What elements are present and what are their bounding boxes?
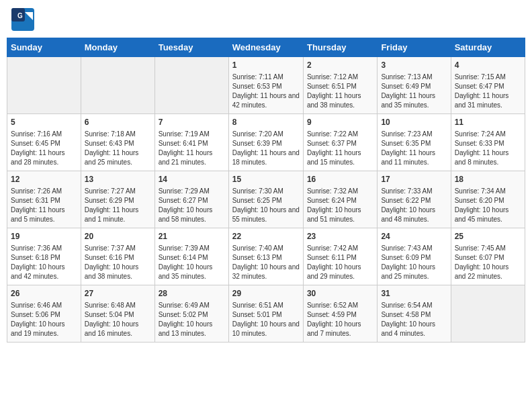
- day-number: 27: [85, 288, 151, 300]
- svg-text:G: G: [17, 12, 23, 19]
- day-info: Sunrise: 7:33 AM Sunset: 6:22 PM Dayligh…: [381, 187, 447, 224]
- day-number: 5: [11, 117, 77, 128]
- week-row-1: 1Sunrise: 7:11 AM Sunset: 6:53 PM Daylig…: [7, 57, 525, 114]
- day-info: Sunrise: 7:24 AM Sunset: 6:33 PM Dayligh…: [455, 130, 521, 167]
- day-cell: 5Sunrise: 7:16 AM Sunset: 6:45 PM Daylig…: [7, 114, 81, 171]
- day-cell: 8Sunrise: 7:20 AM Sunset: 6:39 PM Daylig…: [228, 114, 303, 171]
- header-row: SundayMondayTuesdayWednesdayThursdayFrid…: [7, 38, 525, 57]
- day-info: Sunrise: 6:52 AM Sunset: 4:59 PM Dayligh…: [307, 301, 373, 338]
- day-cell: 14Sunrise: 7:29 AM Sunset: 6:27 PM Dayli…: [154, 171, 228, 228]
- day-cell: 6Sunrise: 7:18 AM Sunset: 6:43 PM Daylig…: [81, 114, 154, 171]
- day-number: 8: [232, 117, 300, 128]
- day-number: 4: [455, 60, 521, 71]
- day-number: 1: [232, 60, 300, 71]
- day-info: Sunrise: 6:54 AM Sunset: 4:58 PM Dayligh…: [381, 301, 447, 338]
- day-number: 29: [232, 288, 300, 300]
- day-number: 18: [455, 174, 521, 185]
- day-cell: 25Sunrise: 7:45 AM Sunset: 6:07 PM Dayli…: [451, 228, 525, 285]
- calendar-table: SundayMondayTuesdayWednesdayThursdayFrid…: [7, 38, 525, 342]
- day-number: 15: [232, 174, 300, 185]
- column-header-monday: Monday: [81, 38, 154, 57]
- day-info: Sunrise: 7:18 AM Sunset: 6:43 PM Dayligh…: [85, 130, 151, 167]
- column-header-sunday: Sunday: [7, 38, 81, 57]
- column-header-thursday: Thursday: [303, 38, 377, 57]
- day-info: Sunrise: 7:27 AM Sunset: 6:29 PM Dayligh…: [85, 187, 151, 224]
- day-info: Sunrise: 7:43 AM Sunset: 6:09 PM Dayligh…: [381, 244, 447, 281]
- day-cell: [154, 57, 228, 114]
- day-number: 2: [307, 60, 373, 71]
- day-number: 14: [159, 174, 225, 185]
- day-cell: 15Sunrise: 7:30 AM Sunset: 6:25 PM Dayli…: [228, 171, 303, 228]
- day-cell: 9Sunrise: 7:22 AM Sunset: 6:37 PM Daylig…: [303, 114, 377, 171]
- day-info: Sunrise: 7:13 AM Sunset: 6:49 PM Dayligh…: [381, 73, 447, 110]
- day-cell: 20Sunrise: 7:37 AM Sunset: 6:16 PM Dayli…: [81, 228, 154, 285]
- day-info: Sunrise: 6:48 AM Sunset: 5:04 PM Dayligh…: [85, 301, 151, 338]
- day-number: 24: [381, 231, 447, 242]
- day-number: 17: [381, 174, 447, 185]
- day-info: Sunrise: 7:45 AM Sunset: 6:07 PM Dayligh…: [455, 244, 521, 281]
- day-number: 30: [307, 288, 373, 300]
- day-info: Sunrise: 7:34 AM Sunset: 6:20 PM Dayligh…: [455, 187, 521, 224]
- day-number: 9: [307, 117, 373, 128]
- day-cell: 13Sunrise: 7:27 AM Sunset: 6:29 PM Dayli…: [81, 171, 154, 228]
- day-cell: 21Sunrise: 7:39 AM Sunset: 6:14 PM Dayli…: [154, 228, 228, 285]
- day-cell: 4Sunrise: 7:15 AM Sunset: 6:47 PM Daylig…: [451, 57, 525, 114]
- day-number: 10: [381, 117, 447, 128]
- day-info: Sunrise: 7:36 AM Sunset: 6:18 PM Dayligh…: [11, 244, 77, 281]
- day-number: 22: [232, 231, 300, 242]
- day-cell: 31Sunrise: 6:54 AM Sunset: 4:58 PM Dayli…: [378, 285, 451, 342]
- day-info: Sunrise: 7:11 AM Sunset: 6:53 PM Dayligh…: [232, 73, 300, 110]
- day-number: 28: [159, 288, 225, 300]
- day-info: Sunrise: 7:40 AM Sunset: 6:13 PM Dayligh…: [232, 244, 300, 281]
- day-number: 21: [159, 231, 225, 242]
- day-cell: 30Sunrise: 6:52 AM Sunset: 4:59 PM Dayli…: [303, 285, 377, 342]
- day-number: 12: [11, 174, 77, 185]
- day-cell: 12Sunrise: 7:26 AM Sunset: 6:31 PM Dayli…: [7, 171, 81, 228]
- day-info: Sunrise: 7:15 AM Sunset: 6:47 PM Dayligh…: [455, 73, 521, 110]
- day-cell: 7Sunrise: 7:19 AM Sunset: 6:41 PM Daylig…: [154, 114, 228, 171]
- day-cell: 11Sunrise: 7:24 AM Sunset: 6:33 PM Dayli…: [451, 114, 525, 171]
- column-header-friday: Friday: [378, 38, 451, 57]
- day-info: Sunrise: 7:26 AM Sunset: 6:31 PM Dayligh…: [11, 187, 77, 224]
- week-row-4: 19Sunrise: 7:36 AM Sunset: 6:18 PM Dayli…: [7, 228, 525, 285]
- day-info: Sunrise: 6:46 AM Sunset: 5:06 PM Dayligh…: [11, 301, 77, 338]
- day-info: Sunrise: 7:22 AM Sunset: 6:37 PM Dayligh…: [307, 130, 373, 167]
- day-info: Sunrise: 7:29 AM Sunset: 6:27 PM Dayligh…: [159, 187, 225, 224]
- day-cell: 17Sunrise: 7:33 AM Sunset: 6:22 PM Dayli…: [378, 171, 451, 228]
- day-number: 16: [307, 174, 373, 185]
- day-number: 13: [85, 174, 151, 185]
- day-cell: 19Sunrise: 7:36 AM Sunset: 6:18 PM Dayli…: [7, 228, 81, 285]
- day-number: 11: [455, 117, 521, 128]
- column-header-wednesday: Wednesday: [228, 38, 303, 57]
- day-info: Sunrise: 7:19 AM Sunset: 6:41 PM Dayligh…: [159, 130, 225, 167]
- week-row-2: 5Sunrise: 7:16 AM Sunset: 6:45 PM Daylig…: [7, 114, 525, 171]
- day-cell: [451, 285, 525, 342]
- day-info: Sunrise: 6:49 AM Sunset: 5:02 PM Dayligh…: [159, 301, 225, 338]
- day-cell: 18Sunrise: 7:34 AM Sunset: 6:20 PM Dayli…: [451, 171, 525, 228]
- day-number: 31: [381, 288, 447, 300]
- day-cell: 28Sunrise: 6:49 AM Sunset: 5:02 PM Dayli…: [154, 285, 228, 342]
- day-cell: 2Sunrise: 7:12 AM Sunset: 6:51 PM Daylig…: [303, 57, 377, 114]
- day-number: 23: [307, 231, 373, 242]
- day-info: Sunrise: 7:42 AM Sunset: 6:11 PM Dayligh…: [307, 244, 373, 281]
- day-number: 3: [381, 60, 447, 71]
- day-cell: 29Sunrise: 6:51 AM Sunset: 5:01 PM Dayli…: [228, 285, 303, 342]
- day-info: Sunrise: 7:39 AM Sunset: 6:14 PM Dayligh…: [159, 244, 225, 281]
- day-cell: 22Sunrise: 7:40 AM Sunset: 6:13 PM Dayli…: [228, 228, 303, 285]
- week-row-5: 26Sunrise: 6:46 AM Sunset: 5:06 PM Dayli…: [7, 285, 525, 342]
- day-number: 19: [11, 231, 77, 242]
- day-info: Sunrise: 7:23 AM Sunset: 6:35 PM Dayligh…: [381, 130, 447, 167]
- day-cell: 23Sunrise: 7:42 AM Sunset: 6:11 PM Dayli…: [303, 228, 377, 285]
- day-cell: [81, 57, 154, 114]
- day-info: Sunrise: 7:12 AM Sunset: 6:51 PM Dayligh…: [307, 73, 373, 110]
- day-cell: 24Sunrise: 7:43 AM Sunset: 6:09 PM Dayli…: [378, 228, 451, 285]
- day-number: 6: [85, 117, 151, 128]
- day-number: 7: [159, 117, 225, 128]
- page-header: G: [7, 7, 525, 31]
- day-cell: 16Sunrise: 7:32 AM Sunset: 6:24 PM Dayli…: [303, 171, 377, 228]
- day-number: 20: [85, 231, 151, 242]
- day-info: Sunrise: 7:16 AM Sunset: 6:45 PM Dayligh…: [11, 130, 77, 167]
- day-info: Sunrise: 7:37 AM Sunset: 6:16 PM Dayligh…: [85, 244, 151, 281]
- column-header-tuesday: Tuesday: [154, 38, 228, 57]
- column-header-saturday: Saturday: [451, 38, 525, 57]
